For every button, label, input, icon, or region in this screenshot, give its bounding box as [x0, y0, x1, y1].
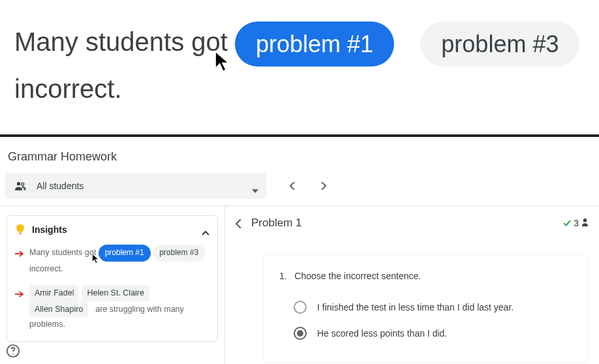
hero-banner: Many students got problem #1 problem #3 …	[0, 0, 599, 134]
chip-problem-1[interactable]: problem #1	[99, 245, 151, 262]
insight-row-problems: Many students got problem #1 problem #3 …	[15, 245, 209, 276]
student-chip[interactable]: Amir Fadel	[29, 285, 79, 301]
hero-text-before: Many students got	[14, 27, 235, 56]
hero-text-after: incorrect.	[14, 74, 122, 103]
caret-down-icon	[252, 184, 258, 188]
hero-pill-problem-1[interactable]: problem #1	[235, 22, 394, 67]
lightbulb-icon	[15, 224, 25, 235]
question-card: 1. Choose the incorrect sentence. I fini…	[263, 254, 589, 363]
answer-option[interactable]: I finished the test in less time than I …	[279, 294, 572, 320]
insight-students-text: Amir FadelHelen St. ClaireAllen Shapiro …	[29, 285, 209, 332]
problem-title: Problem 1	[251, 217, 301, 230]
back-button[interactable]	[236, 219, 242, 228]
chip-problem-3[interactable]: problem #3	[153, 245, 205, 262]
insights-panel: Insights Many students got problem #1 pr…	[7, 215, 218, 342]
answer-option[interactable]: He scored less points than I did.	[279, 320, 572, 346]
question-number: 1.	[279, 271, 287, 281]
next-button[interactable]	[316, 178, 331, 194]
students-dropdown-label: All students	[37, 181, 84, 191]
toolbar: All students	[0, 173, 599, 205]
chevron-up-icon[interactable]	[202, 227, 209, 232]
correct-count: 3	[563, 218, 589, 228]
radio-icon	[294, 327, 307, 340]
question-text: Choose the incorrect sentence.	[294, 271, 421, 281]
arrow-right-icon	[15, 247, 24, 262]
students-dropdown[interactable]: All students	[5, 173, 266, 199]
people-icon	[13, 179, 27, 192]
insight-row-students: Amir FadelHelen St. ClaireAllen Shapiro …	[15, 285, 209, 332]
option-label: He scored less points than I did.	[317, 328, 447, 339]
option-label: I finished the test in less time than I …	[317, 302, 514, 312]
svg-point-5	[12, 354, 14, 355]
insight-text-suffix: incorrect.	[29, 264, 63, 273]
svg-point-1	[22, 183, 24, 185]
insight-text: Many students got	[29, 248, 96, 257]
hero-pill-problem-3[interactable]: problem #3	[420, 22, 579, 67]
svg-rect-2	[19, 233, 22, 234]
svg-point-3	[583, 219, 587, 222]
student-chip[interactable]: Helen St. Claire	[82, 285, 149, 301]
svg-point-0	[17, 182, 20, 185]
prev-button[interactable]	[284, 178, 300, 194]
page-title: Grammar Homework	[0, 145, 599, 173]
arrow-right-icon	[15, 288, 24, 303]
radio-icon	[294, 301, 307, 314]
problem-header: Problem 1 3	[236, 217, 589, 237]
help-button[interactable]	[4, 342, 22, 360]
insights-heading: Insights	[32, 224, 67, 235]
check-icon	[563, 218, 571, 228]
person-icon	[581, 218, 589, 228]
student-chip[interactable]: Allen Shapiro	[29, 301, 88, 318]
